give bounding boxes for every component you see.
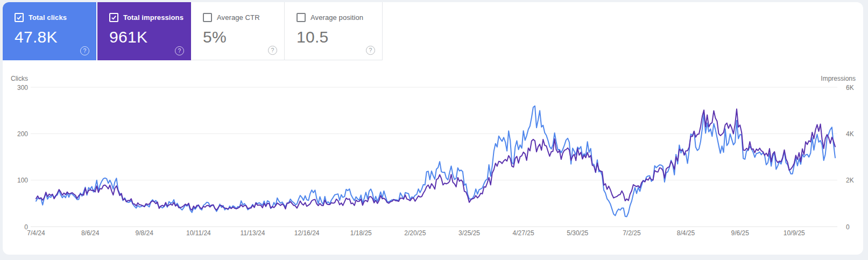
impressions-line (36, 109, 835, 210)
left-tick-label: 200 (17, 130, 28, 138)
x-tick-label: 5/30/25 (567, 229, 588, 237)
x-tick-label: 2/20/25 (404, 229, 426, 237)
right-tick-label: 0 (846, 223, 850, 231)
x-tick-label: 11/13/24 (241, 229, 265, 237)
left-tick-label: 100 (17, 177, 28, 184)
x-tick-label: 7/2/25 (623, 229, 641, 237)
x-tick-label: 10/11/24 (186, 229, 211, 237)
left-tick-label: 300 (17, 84, 28, 92)
right-axis-ticks: 02K4K6K (846, 84, 854, 231)
right-tick-label: 6K (846, 84, 854, 92)
x-tick-label: 8/4/25 (677, 229, 695, 237)
left-axis-ticks: 0100200300 (17, 84, 28, 231)
x-tick-label: 10/9/25 (784, 229, 805, 237)
x-tick-label: 7/4/24 (27, 229, 45, 237)
x-tick-label: 1/18/25 (350, 229, 372, 237)
x-tick-label: 4/27/25 (513, 229, 534, 237)
x-tick-label: 8/6/24 (81, 229, 100, 237)
right-tick-label: 4K (846, 130, 854, 138)
right-axis-title: Impressions (821, 75, 856, 82)
x-axis-ticks: 7/4/248/6/249/8/2410/11/2411/13/2412/16/… (27, 229, 805, 237)
chart-gridlines (31, 87, 837, 227)
x-tick-label: 9/6/25 (731, 229, 749, 237)
clicks-line (36, 106, 835, 217)
right-tick-label: 2K (846, 177, 854, 184)
x-tick-label: 3/25/25 (458, 229, 480, 237)
performance-chart[interactable]: Clicks Impressions 0100200300 02K4K6K 7/… (0, 0, 868, 260)
left-axis-title: Clicks (11, 75, 28, 82)
x-tick-label: 9/8/24 (136, 229, 154, 237)
x-tick-label: 12/16/24 (294, 229, 320, 237)
